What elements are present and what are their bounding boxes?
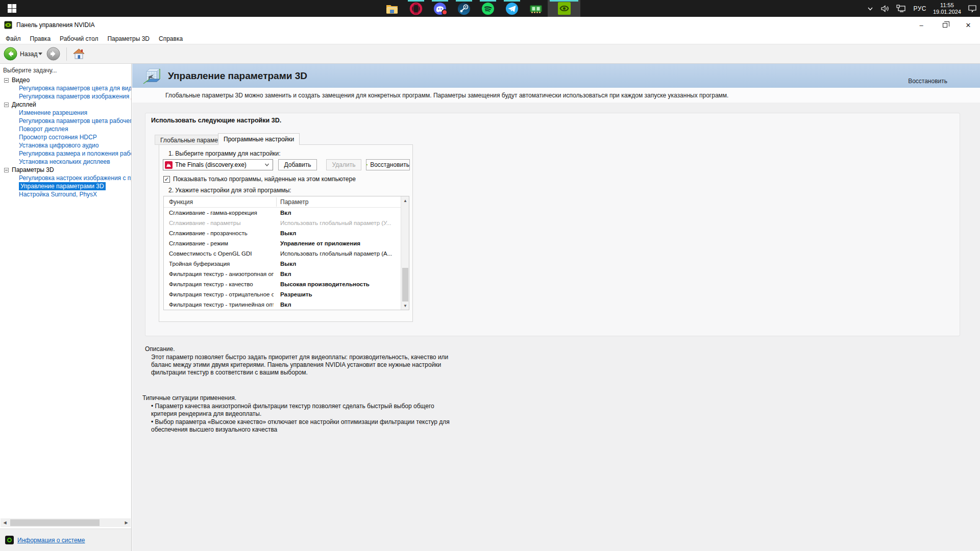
usage-bullet: • Выбор параметра «Высокое качество» отк… — [151, 418, 461, 434]
usage-title: Типичные ситуации применения. — [142, 394, 236, 402]
taskbar-spotify[interactable] — [476, 0, 500, 17]
checkbox-checked[interactable]: ✓ — [163, 176, 170, 183]
tree-item-desktop-color[interactable]: Регулировка параметров цвета рабочего ст… — [0, 117, 131, 125]
collapse-icon[interactable] — [4, 103, 9, 107]
usage-list: • Параметр качества анизотропной фильтра… — [151, 403, 461, 434]
restore-program-button[interactable]: Восстановить — [366, 159, 410, 170]
minimize-button[interactable]: – — [910, 17, 933, 33]
taskbar-nvidia-control-panel[interactable] — [548, 0, 580, 17]
description-text: Этот параметр позволяет быстро задать пр… — [151, 354, 457, 377]
collapse-icon[interactable] — [4, 78, 9, 83]
sidebar-horizontal-scrollbar[interactable]: ◀ ▶ — [1, 518, 131, 527]
restore-icon — [943, 23, 947, 28]
step1-label: 1. Выберите программу для настройки: — [168, 150, 281, 157]
show-only-found-checkbox-row[interactable]: ✓ Показывать только программы, найденные… — [163, 176, 356, 183]
tree-item-surround-physx[interactable]: Настройка Surround, PhysX — [0, 190, 131, 198]
hidden-icons-chevron[interactable] — [867, 5, 874, 12]
system-info-link[interactable]: Информация о системе — [17, 537, 85, 544]
action-center-button[interactable] — [968, 5, 977, 13]
restore-button[interactable] — [933, 17, 957, 33]
taskbar-memory-widget[interactable] — [524, 0, 548, 17]
tree-node-video[interactable]: Видео — [0, 76, 131, 84]
taskbar-opera-gx[interactable] — [404, 0, 428, 17]
table-row[interactable]: Совместимость с OpenGL GDIИспользовать г… — [164, 248, 409, 259]
remove-button[interactable]: Удалить — [326, 159, 361, 170]
taskbar-discord[interactable] — [428, 0, 452, 17]
menu-desktop[interactable]: Рабочий стол — [55, 34, 103, 43]
scrollbar-thumb[interactable] — [10, 519, 100, 526]
system-tray: РУС 11:55 19.01.2024 — [867, 0, 977, 17]
menu-edit[interactable]: Правка — [26, 34, 56, 43]
home-button[interactable] — [72, 48, 85, 60]
tab-program-settings[interactable]: Программные настройки — [218, 133, 300, 145]
tree-item-video-image[interactable]: Регулировка параметров изображения для в… — [0, 92, 131, 101]
table-row[interactable]: Тройная буферизацияВыкл — [164, 259, 409, 269]
add-button[interactable]: Добавить — [278, 159, 317, 170]
table-row[interactable]: Фильтрация текстур - трилинейная опт...В… — [164, 299, 409, 310]
start-button[interactable] — [0, 0, 23, 17]
menu-3d-settings[interactable]: Параметры 3D — [103, 34, 154, 43]
tray-date: 19.01.2024 — [933, 9, 961, 15]
tree-item-desktop-size[interactable]: Регулировка размера и положения рабочего… — [0, 149, 131, 158]
tree-item-rotation[interactable]: Поворот дисплея — [0, 125, 131, 133]
tree-item-hdcp[interactable]: Просмотр состояния HDCP — [0, 133, 131, 141]
sidebar-header: Выберите задачу... — [0, 64, 131, 76]
memory-chip-icon — [529, 2, 543, 15]
table-row[interactable]: Фильтрация текстур - отрицательное о...Р… — [164, 289, 409, 299]
nvidia-app-icon — [4, 21, 12, 29]
tree-node-3d-settings[interactable]: Параметры 3D — [0, 166, 131, 174]
titlebar[interactable]: Панель управления NVIDIA – ✕ — [0, 17, 980, 33]
chevron-down-icon — [263, 161, 271, 168]
menu-file[interactable]: Файл — [1, 34, 26, 43]
nvidia-icon — [366, 161, 368, 168]
scroll-right-arrow[interactable]: ▶ — [122, 518, 131, 527]
program-select[interactable]: The Finals (discovery.exe) — [163, 159, 273, 170]
tree-node-display[interactable]: Дисплей — [0, 101, 131, 109]
column-parameter[interactable]: Параметр — [280, 196, 308, 208]
telegram-icon — [505, 2, 519, 15]
back-button[interactable]: Назад — [4, 47, 37, 61]
section-title: Использовать следующие настройки 3D. — [151, 117, 281, 124]
forward-button[interactable] — [46, 47, 60, 61]
scroll-down-arrow[interactable]: ▼ — [401, 302, 409, 310]
task-tree: Видео Регулировка параметров цвета для в… — [0, 76, 131, 529]
tree-item-image-preview[interactable]: Регулировка настроек изображения с просм… — [0, 174, 131, 182]
language-indicator[interactable]: РУС — [913, 5, 926, 12]
steam-icon — [457, 2, 471, 15]
close-button[interactable]: ✕ — [957, 17, 980, 33]
notification-bubble-icon — [968, 5, 977, 13]
clock[interactable]: 11:55 19.01.2024 — [933, 2, 961, 15]
windows-logo-icon — [8, 4, 16, 13]
table-row[interactable]: Фильтрация текстур - анизотропная оп...В… — [164, 269, 409, 279]
taskbar-file-explorer[interactable] — [380, 0, 404, 17]
sidebar-footer: Информация о системе — [0, 529, 131, 551]
tree-item-video-color[interactable]: Регулировка параметров цвета для видео — [0, 84, 131, 92]
collapse-icon[interactable] — [4, 168, 9, 172]
table-row[interactable]: Сглаживание - гамма-коррекцияВкл — [164, 208, 409, 218]
restore-defaults-link[interactable]: Восстановить — [908, 78, 947, 85]
tree-item-resolution[interactable]: Изменение разрешения — [0, 109, 131, 117]
table-row[interactable]: Сглаживание - прозрачностьВыкл — [164, 228, 409, 238]
table-row[interactable]: Сглаживание - режимУправление от приложе… — [164, 238, 409, 248]
table-vertical-scrollbar[interactable]: ▲ ▼ — [401, 196, 409, 310]
taskbar-steam[interactable] — [452, 0, 476, 17]
scroll-up-arrow[interactable]: ▲ — [401, 196, 409, 205]
back-history-caret[interactable] — [38, 53, 42, 55]
column-function[interactable]: Функция — [169, 196, 193, 208]
network-button[interactable] — [896, 5, 906, 13]
running-indicator — [432, 0, 448, 2]
column-divider — [276, 197, 277, 207]
usage-bullet: • Параметр качества анизотропной фильтра… — [151, 403, 461, 418]
notification-badge — [442, 9, 448, 15]
taskbar-telegram[interactable] — [500, 0, 524, 17]
scroll-left-arrow[interactable]: ◀ — [1, 518, 9, 527]
tree-item-multi-display[interactable]: Установка нескольких дисплеев — [0, 158, 131, 166]
manage-3d-icon — [142, 66, 162, 86]
volume-button[interactable] — [880, 5, 890, 13]
scrollbar-thumb[interactable] — [402, 268, 408, 302]
menu-help[interactable]: Справка — [154, 34, 187, 43]
tree-item-digital-audio[interactable]: Установка цифрового аудио — [0, 141, 131, 149]
table-row[interactable]: Фильтрация текстур - качествоВысокая про… — [164, 279, 409, 289]
table-row[interactable]: Сглаживание - параметрыИспользовать глоб… — [164, 218, 409, 228]
tree-item-manage-3d[interactable]: Управление параметрами 3D — [0, 182, 131, 190]
